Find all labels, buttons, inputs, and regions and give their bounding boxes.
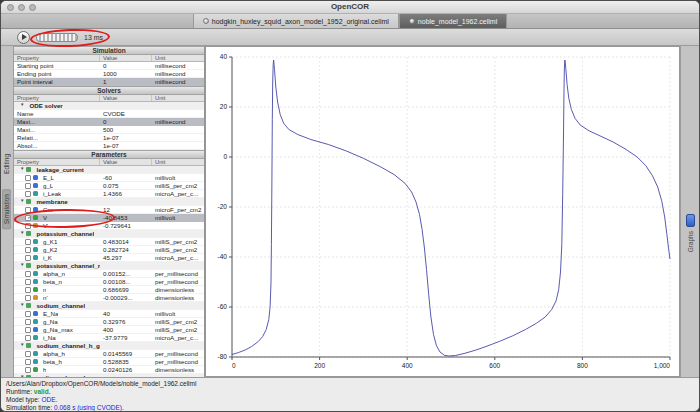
parameter-row[interactable]: n0.686699dimensionless: [14, 286, 204, 294]
plot-checkbox[interactable]: [25, 359, 31, 365]
plot-checkbox[interactable]: [25, 223, 31, 229]
solver-property-row[interactable]: Maxi...0millisecond: [14, 118, 204, 126]
parameter-group-row[interactable]: ▼sodium_channel_m_gate: [14, 374, 204, 377]
parameter-unit: milliS_per_cm2: [152, 326, 204, 333]
plot-checkbox[interactable]: [25, 239, 31, 245]
mode-tab-editing[interactable]: Editing: [2, 149, 11, 179]
simulation-property-row[interactable]: Point interval1millisecond: [14, 78, 204, 86]
graphs-panel-icon[interactable]: [686, 214, 695, 227]
parameter-group-row[interactable]: ▼membrane: [14, 198, 204, 206]
parameter-unit: microA_per_c...: [152, 254, 204, 261]
plot-checkbox[interactable]: [25, 183, 31, 189]
parameter-row[interactable]: E_Na40millivolt: [14, 310, 204, 318]
property-value: CVODE: [100, 110, 152, 117]
parameter-row[interactable]: i_K45.297microA_per_c...: [14, 254, 204, 262]
parameter-row[interactable]: E_L-60millivolt: [14, 174, 204, 182]
solver-property-row[interactable]: Maxi...500: [14, 126, 204, 134]
parameter-unit: milliS_per_cm2: [152, 246, 204, 253]
parameter-row[interactable]: beta_n0.00108...per_millisecond: [14, 278, 204, 286]
plot-checkbox[interactable]: [25, 207, 31, 213]
parameter-value: 45.297: [100, 254, 152, 261]
parameter-row[interactable]: g_L0.075milliS_per_cm2: [14, 182, 204, 190]
simulation-property-row[interactable]: Ending point1000millisecond: [14, 70, 204, 78]
simulation-property-row[interactable]: Starting point0millisecond: [14, 62, 204, 70]
plot-checkbox[interactable]: [25, 335, 31, 341]
plot-checkbox[interactable]: [25, 255, 31, 261]
plot-checkbox[interactable]: [25, 271, 31, 277]
plot-checkbox[interactable]: [25, 279, 31, 285]
parameter-row[interactable]: g_Na_max400milliS_per_cm2: [14, 326, 204, 334]
parameter-group-label: potassium_channel: [33, 230, 94, 237]
parameter-group-row[interactable]: ▼leakage_current: [14, 166, 204, 174]
computed-parameter-icon: [33, 191, 38, 196]
minimize-button[interactable]: [18, 4, 25, 11]
parameters-section-header[interactable]: Parameters: [14, 150, 204, 159]
plot-checkbox[interactable]: ✓: [25, 215, 31, 221]
plot-checkbox[interactable]: [25, 351, 31, 357]
parameter-row[interactable]: i_Leak1.4366microA_per_c...: [14, 190, 204, 198]
parameter-unit: microA_per_c...: [152, 190, 204, 197]
zoom-button[interactable]: [29, 4, 36, 11]
parameter-row[interactable]: h0.0240126dimensionless: [14, 366, 204, 374]
parameter-row[interactable]: V'-0.729641: [14, 222, 204, 230]
parameter-group-label: leakage_current: [33, 166, 83, 173]
run-simulation-button[interactable]: [17, 31, 30, 44]
chevron-down-icon[interactable]: ▼: [17, 167, 24, 172]
file-tab[interactable]: hodgkin_huxley_squid_axon_model_1952_ori…: [193, 14, 399, 28]
parameter-unit: per_millisecond: [152, 278, 204, 285]
voltage-trace-chart[interactable]: 40200-20-40-60-8002004006008001,000: [206, 47, 679, 376]
parameter-row[interactable]: i_Na-37.9779microA_per_c...: [14, 334, 204, 342]
parameter-unit: millivolt: [152, 174, 204, 181]
parameter-row[interactable]: alpha_h0.0145569per_millisecond: [14, 350, 204, 358]
chevron-down-icon[interactable]: ▼: [17, 103, 24, 108]
ode-solver-group-row[interactable]: ▼ ODE solver: [14, 102, 204, 110]
plot-checkbox[interactable]: [25, 311, 31, 317]
plot-checkbox[interactable]: [25, 367, 31, 373]
plot-checkbox[interactable]: [25, 175, 31, 181]
parameter-group-row[interactable]: ▼potassium_channel_n_gate: [14, 262, 204, 270]
solver-property-row[interactable]: Absol...1e-07: [14, 142, 204, 150]
parameter-group-label: potassium_channel_n_gate: [33, 262, 100, 269]
output-console: /Users/Alan/Dropbox/OpenCOR/Models/noble…: [1, 377, 699, 412]
parameter-row[interactable]: beta_h0.528835per_millisecond: [14, 358, 204, 366]
parameter-row[interactable]: Cm12microF_per_cm2: [14, 206, 204, 214]
parameter-group-row[interactable]: ▼sodium_channel_h_gate: [14, 342, 204, 350]
simulation-time-value: 0.068 s (using CVODE).: [54, 404, 124, 411]
parameter-name: alpha_h: [40, 350, 65, 357]
chevron-down-icon[interactable]: ▼: [17, 375, 24, 377]
parameter-row[interactable]: n'-0.00029...dimensionless: [14, 294, 204, 302]
chevron-down-icon[interactable]: ▼: [17, 343, 24, 348]
chevron-down-icon[interactable]: ▼: [17, 263, 24, 268]
solver-property-row[interactable]: Relati...1e-07: [14, 134, 204, 142]
plot-checkbox[interactable]: [25, 287, 31, 293]
plot-panel[interactable]: 40200-20-40-60-8002004006008001,000: [205, 46, 680, 377]
file-tab[interactable]: noble_model_1962.cellml: [399, 14, 507, 28]
mode-tab-simulation[interactable]: Simulation: [2, 189, 11, 229]
plot-checkbox[interactable]: [25, 247, 31, 253]
chevron-down-icon[interactable]: ▼: [17, 303, 24, 308]
plot-checkbox[interactable]: [25, 191, 31, 197]
delay-wheel[interactable]: [36, 33, 78, 42]
plot-checkbox[interactable]: [25, 327, 31, 333]
solver-property-row[interactable]: NameCVODE: [14, 110, 204, 118]
parameter-row[interactable]: ✓V-40.8453millivolt: [14, 214, 204, 222]
simulation-section-header[interactable]: Simulation: [14, 46, 204, 55]
parameter-row[interactable]: alpha_n0.00152...per_millisecond: [14, 270, 204, 278]
chevron-down-icon[interactable]: ▼: [17, 199, 24, 204]
plot-checkbox[interactable]: [25, 295, 31, 301]
parameter-row[interactable]: g_Na0.32976milliS_per_cm2: [14, 318, 204, 326]
chevron-down-icon[interactable]: ▼: [17, 231, 24, 236]
plot-checkbox[interactable]: [25, 319, 31, 325]
model-type-label: Model type:: [6, 396, 40, 403]
graphs-panel-tab[interactable]: Graphs: [687, 231, 694, 252]
parameter-row[interactable]: g_K10.483014milliS_per_cm2: [14, 238, 204, 246]
column-header-unit: Unit: [152, 55, 204, 61]
computed-parameter-icon: [33, 351, 38, 356]
close-button[interactable]: [7, 4, 14, 11]
parameter-group-row[interactable]: ▼potassium_channel: [14, 230, 204, 238]
parameter-group-row[interactable]: ▼sodium_channel: [14, 302, 204, 310]
property-value: 0: [100, 62, 152, 69]
solvers-section-header[interactable]: Solvers: [14, 86, 204, 95]
property-name: Relati...: [14, 134, 100, 141]
parameter-row[interactable]: g_K20.282724milliS_per_cm2: [14, 246, 204, 254]
